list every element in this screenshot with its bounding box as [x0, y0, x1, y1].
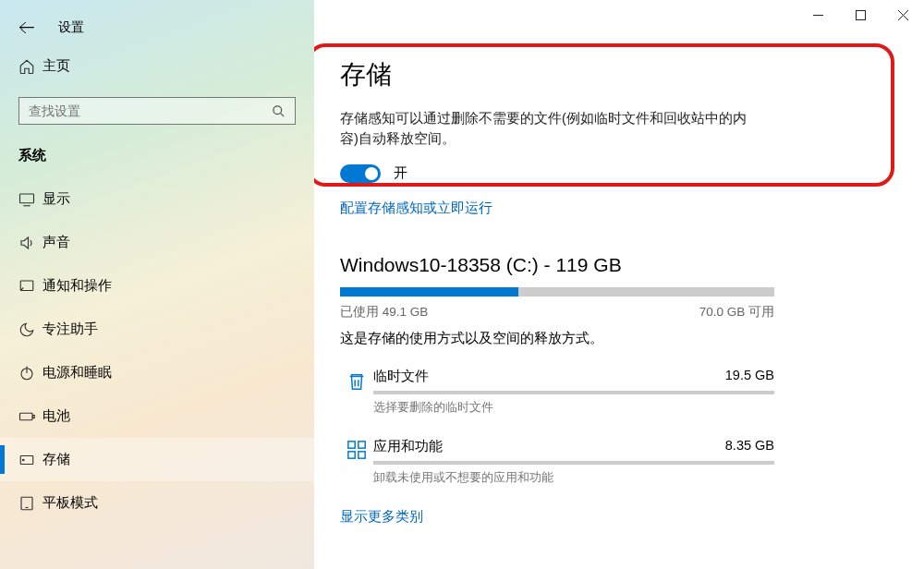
- show-more-categories-link[interactable]: 显示更多类别: [340, 508, 423, 526]
- drive-title: Windows10-18358 (C:) - 119 GB: [340, 254, 869, 276]
- svg-rect-14: [856, 10, 865, 19]
- sidebar-section-header: 系统: [0, 141, 314, 177]
- nav-label: 显示: [43, 190, 70, 208]
- svg-point-0: [274, 105, 282, 114]
- drive-usage-labels: 已使用 49.1 GB 70.0 GB 可用: [340, 304, 774, 321]
- svg-point-10: [23, 459, 25, 461]
- svg-rect-20: [359, 441, 365, 447]
- category-size: 19.5 GB: [725, 368, 774, 385]
- sound-icon: [18, 235, 43, 251]
- tablet-icon: [18, 495, 43, 512]
- nav-label: 声音: [43, 234, 70, 251]
- notification-icon: [18, 278, 43, 295]
- minimize-button[interactable]: [796, 0, 839, 30]
- maximize-button[interactable]: [839, 0, 881, 30]
- category-subtext: 选择要删除的临时文件: [373, 400, 774, 416]
- category-apps[interactable]: 应用和功能 8.35 GB 卸载未使用或不想要的应用和功能: [340, 438, 774, 486]
- svg-rect-2: [20, 194, 34, 203]
- svg-rect-8: [33, 415, 35, 418]
- nav-label: 电源和睡眠: [43, 364, 112, 381]
- category-name: 应用和功能: [373, 438, 443, 455]
- page-title: 存储: [340, 57, 869, 92]
- nav-label: 存储: [43, 451, 70, 468]
- free-label: 70.0 GB 可用: [699, 304, 774, 321]
- svg-rect-21: [348, 451, 355, 457]
- category-name: 临时文件: [373, 368, 429, 385]
- nav-label: 电池: [43, 407, 70, 425]
- nav-label: 专注助手: [43, 321, 98, 338]
- svg-line-1: [280, 113, 284, 116]
- search-box[interactable]: [18, 97, 296, 125]
- focus-icon: [18, 321, 43, 338]
- svg-rect-19: [348, 441, 355, 447]
- drive-usage-bar: [340, 287, 774, 297]
- category-size: 8.35 GB: [725, 438, 774, 455]
- storage-sense-description: 存储感知可以通过删除不需要的文件(例如临时文件和回收站中的内容)自动释放空间。: [340, 109, 756, 150]
- storage-sense-toggle-row: 开: [340, 164, 869, 183]
- display-icon: [18, 191, 43, 208]
- home-label: 主页: [43, 57, 70, 75]
- window-controls: [796, 0, 924, 30]
- svg-rect-7: [20, 413, 33, 420]
- sidebar-item-sound[interactable]: 声音: [0, 221, 314, 264]
- usage-description: 这是存储的使用方式以及空间的释放方式。: [340, 330, 869, 347]
- configure-storage-sense-link[interactable]: 配置存储感知或立即运行: [340, 200, 492, 217]
- storage-icon: [18, 452, 43, 468]
- svg-rect-22: [359, 451, 365, 457]
- power-icon: [18, 365, 43, 381]
- sidebar-home[interactable]: 主页: [0, 46, 314, 86]
- sidebar-item-battery[interactable]: 电池: [0, 394, 314, 438]
- category-bar: [373, 391, 774, 394]
- nav-label: 平板模式: [43, 494, 98, 512]
- nav-label: 通知和操作: [43, 277, 112, 295]
- category-subtext: 卸载未使用或不想要的应用和功能: [373, 470, 774, 486]
- category-bar: [373, 461, 774, 465]
- sidebar: 🡠 设置 主页 系统 显示 声音 通知和操作: [0, 0, 314, 569]
- sidebar-item-notification[interactable]: 通知和操作: [0, 264, 314, 308]
- search-icon: [272, 104, 286, 118]
- close-button[interactable]: [881, 0, 924, 30]
- apps-icon: [340, 438, 373, 486]
- drive-usage-fill: [340, 287, 518, 297]
- category-temp-files[interactable]: 临时文件 19.5 GB 选择要删除的临时文件: [340, 368, 774, 416]
- sidebar-item-focus[interactable]: 专注助手: [0, 308, 314, 351]
- back-button[interactable]: 🡠: [18, 18, 35, 38]
- search-input[interactable]: [29, 103, 272, 118]
- storage-sense-toggle[interactable]: [340, 164, 381, 183]
- home-icon: [18, 58, 43, 75]
- trash-icon: [340, 368, 373, 416]
- sidebar-item-display[interactable]: 显示: [0, 177, 314, 221]
- window-title: 设置: [58, 19, 84, 36]
- sidebar-item-tablet[interactable]: 平板模式: [0, 481, 314, 525]
- sidebar-item-storage[interactable]: 存储: [0, 438, 314, 481]
- titlebar: 🡠 设置: [0, 9, 314, 46]
- sidebar-item-power[interactable]: 电源和睡眠: [0, 351, 314, 394]
- main-content: 存储 存储感知可以通过删除不需要的文件(例如临时文件和回收站中的内容)自动释放空…: [314, 0, 924, 569]
- used-label: 已使用 49.1 GB: [340, 304, 428, 321]
- toggle-state-label: 开: [394, 164, 407, 182]
- battery-icon: [18, 408, 43, 425]
